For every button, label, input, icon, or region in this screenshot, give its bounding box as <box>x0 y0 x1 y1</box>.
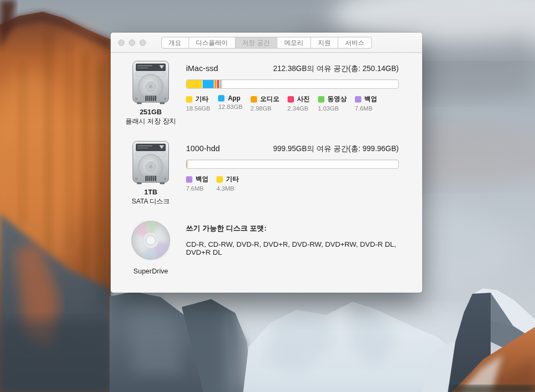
storage-usage-bar <box>186 80 399 89</box>
about-mac-window: 개요디스플레이저장 공간메모리지원서비스 <box>111 33 422 293</box>
legend-size: 7.6MB <box>355 105 377 112</box>
bar-segment <box>214 80 217 88</box>
legend-color-chip <box>288 96 294 103</box>
storage-legend: 백업7.6MB기타4.3MB <box>186 175 399 192</box>
disk-capacity-label: 1TB <box>125 188 177 196</box>
legend-color-chip <box>218 95 224 101</box>
hard-drive-icon <box>132 98 169 107</box>
disk-free-space: 999.95GB의 여유 공간(총: 999.96GB) <box>273 144 399 154</box>
legend-color-chip <box>251 96 257 103</box>
bar-segment <box>188 160 188 168</box>
legend-item: 사진2.34GB <box>288 95 310 112</box>
disk-type-label: 플래시 저장 장치 <box>125 117 177 126</box>
legend-label: 동영상 <box>328 95 347 104</box>
superdrive-row: SuperDrive 쓰기 가능한 디스크 포맷: CD-R, CD-RW, D… <box>125 221 399 275</box>
disk-free-space: 212.38GB의 여유 공간(총: 250.14GB) <box>273 64 399 74</box>
optical-disc-icon <box>131 253 170 262</box>
legend-label: 백업 <box>196 175 208 184</box>
legend-item: 동영상1.03GB <box>318 95 347 112</box>
legend-label: 사진 <box>297 95 310 104</box>
tab-4[interactable]: 지원 <box>311 37 338 48</box>
legend-label: App <box>228 95 240 102</box>
toolbar-tabs: 개요디스플레이저장 공간메모리지원서비스 <box>161 37 371 49</box>
disk-row: 251GB 플래시 저장 장치 iMac-ssd 212.38GB의 여유 공간… <box>125 60 399 140</box>
legend-item: 오디오2.98GB <box>251 95 280 112</box>
tab-3[interactable]: 메모리 <box>277 37 311 48</box>
storage-usage-bar <box>186 160 399 169</box>
legend-label: 기타 <box>196 95 208 104</box>
minimize-button[interactable] <box>129 40 135 46</box>
disk-type-label: SATA 디스크 <box>125 197 177 206</box>
legend-item: App12.83GB <box>218 95 242 112</box>
legend-item: 기타18.56GB <box>186 95 210 112</box>
storage-legend: 기타18.56GBApp12.83GB오디오2.98GB사진2.34GB동영상1… <box>186 95 399 112</box>
bar-segment <box>221 80 222 88</box>
close-button[interactable] <box>118 40 125 46</box>
legend-color-chip <box>186 96 192 103</box>
legend-label: 기타 <box>226 175 239 184</box>
bar-segment <box>187 160 187 168</box>
legend-size: 2.34GB <box>288 105 310 112</box>
bar-segment <box>217 80 219 88</box>
legend-item: 백업7.6MB <box>355 95 377 112</box>
legend-size: 12.83GB <box>218 104 242 110</box>
legend-label: 백업 <box>365 95 377 104</box>
zoom-button[interactable] <box>139 40 146 46</box>
hard-drive-icon <box>132 178 169 187</box>
legend-size: 7.6MB <box>186 185 208 192</box>
legend-item: 기타4.3MB <box>216 175 239 192</box>
legend-color-chip <box>186 176 192 183</box>
legend-size: 1.03GB <box>318 105 347 112</box>
writable-formats-title: 쓰기 가능한 디스크 포맷: <box>186 224 399 233</box>
tab-5[interactable]: 서비스 <box>338 37 371 48</box>
disk-name: 1000-hdd <box>186 144 220 153</box>
legend-size: 2.98GB <box>251 105 280 112</box>
writable-formats-list: CD-R, CD-RW, DVD-R, DVD+R, DVD-RW, DVD+R… <box>186 240 399 256</box>
window-titlebar[interactable]: 개요디스플레이저장 공간메모리지원서비스 <box>111 33 422 53</box>
traffic-lights <box>118 40 146 46</box>
disk-row: 1TB SATA 디스크 1000-hdd 999.95GB의 여유 공간(총:… <box>125 140 399 221</box>
tab-2[interactable]: 저장 공간 <box>235 37 276 48</box>
bar-segment <box>203 80 213 88</box>
tab-0[interactable]: 개요 <box>161 37 188 48</box>
legend-label: 오디오 <box>260 95 280 104</box>
disk-name: iMac-ssd <box>186 64 218 73</box>
legend-size: 18.56GB <box>186 105 210 112</box>
bar-segment <box>187 80 202 88</box>
legend-color-chip <box>318 96 324 103</box>
superdrive-label: SuperDrive <box>125 267 177 275</box>
legend-color-chip <box>216 176 223 183</box>
storage-panel: 251GB 플래시 저장 장치 iMac-ssd 212.38GB의 여유 공간… <box>111 53 422 275</box>
disk-capacity-label: 251GB <box>125 108 177 116</box>
bar-segment <box>220 80 221 88</box>
legend-color-chip <box>355 96 361 103</box>
tab-1[interactable]: 디스플레이 <box>188 37 235 48</box>
legend-item: 백업7.6MB <box>186 175 208 192</box>
legend-size: 4.3MB <box>216 185 239 192</box>
